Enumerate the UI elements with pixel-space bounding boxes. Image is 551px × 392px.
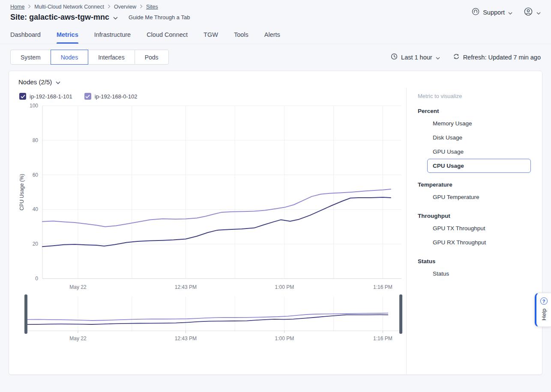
- chevron-down-icon: [508, 9, 512, 16]
- main-tab-bar: Dashboard Metrics Infrastructure Cloud C…: [0, 25, 551, 44]
- support-icon: [472, 8, 479, 17]
- time-range-selector[interactable]: Last 1 hour: [391, 53, 440, 61]
- nodes-metrics-card: Nodes (2/5) ip-192-168-1-101 ip-192-168-…: [9, 71, 542, 375]
- metric-item-disk-usage[interactable]: Disk Usage: [427, 131, 531, 145]
- tab-alerts[interactable]: Alerts: [264, 25, 280, 44]
- metrics-panel-title: Metric to visualize: [418, 93, 531, 99]
- breadcrumb-overview: Overview: [114, 4, 136, 10]
- svg-text:May 22: May 22: [69, 336, 87, 342]
- metrics-panel: Metric to visualize Percent Memory Usage…: [406, 88, 542, 374]
- metric-group-throughput: Throughput: [418, 213, 531, 219]
- svg-text:May 22: May 22: [69, 284, 87, 290]
- tab-cloud-connect[interactable]: Cloud Connect: [147, 25, 188, 44]
- breadcrumb-separator-icon: [108, 4, 111, 10]
- chevron-down-icon: [536, 9, 541, 16]
- svg-text:80: 80: [33, 137, 39, 143]
- tab-infrastructure[interactable]: Infrastructure: [94, 25, 131, 44]
- svg-text:12:43 PM: 12:43 PM: [175, 284, 197, 290]
- svg-text:60: 60: [33, 172, 39, 178]
- time-range-label: Last 1 hour: [401, 54, 432, 61]
- breadcrumb-sites[interactable]: Sites: [146, 4, 158, 10]
- chart-column: ip-192-168-1-101 ip-192-168-0-102 020406…: [9, 88, 406, 374]
- metric-item-gpu-temperature[interactable]: GPU Temperature: [427, 190, 531, 204]
- svg-text:12:43 PM: 12:43 PM: [175, 336, 197, 342]
- support-menu[interactable]: Support: [472, 8, 512, 17]
- tab-dashboard[interactable]: Dashboard: [10, 25, 41, 44]
- breadcrumb-separator-icon: [140, 4, 143, 10]
- metric-item-gpu-tx-throughput[interactable]: GPU TX Throughput: [427, 221, 531, 235]
- metrics-scope-segmented-control: System Nodes Interfaces Pods: [10, 50, 169, 65]
- metric-group-percent: Percent: [418, 108, 531, 114]
- tab-tools[interactable]: Tools: [234, 25, 249, 44]
- svg-text:20: 20: [33, 241, 39, 247]
- checkbox-node-1[interactable]: [19, 93, 26, 100]
- tab-tgw[interactable]: TGW: [204, 25, 218, 44]
- metric-item-memory-usage[interactable]: Memory Usage: [427, 116, 531, 131]
- svg-text:1:16 PM: 1:16 PM: [373, 336, 392, 342]
- legend-label: ip-192-168-0-102: [95, 93, 138, 100]
- filter-row: System Nodes Interfaces Pods Last 1 hour…: [0, 44, 551, 70]
- user-menu[interactable]: [524, 7, 541, 18]
- chevron-down-icon: [436, 54, 440, 61]
- page-title: Site: galactic-aws-tgw-mnc: [10, 13, 109, 22]
- svg-text:1:00 PM: 1:00 PM: [275, 284, 294, 290]
- svg-text:1:16 PM: 1:16 PM: [373, 284, 392, 290]
- refresh-control[interactable]: Refresh: Updated 7 min ago: [453, 53, 541, 61]
- metric-group-temperature: Temperature: [418, 181, 531, 188]
- clock-icon: [391, 53, 398, 61]
- metric-item-gpu-usage[interactable]: GPU Usage: [427, 145, 531, 159]
- checkbox-node-2[interactable]: [84, 93, 91, 100]
- avatar-icon: [524, 7, 533, 18]
- svg-text:1:00 PM: 1:00 PM: [275, 336, 294, 342]
- site-dropdown-chevron-icon[interactable]: [113, 14, 118, 21]
- legend-label: ip-192-168-1-101: [30, 93, 72, 100]
- svg-text:0: 0: [35, 276, 38, 282]
- subtab-pods[interactable]: Pods: [135, 50, 169, 65]
- help-question-icon: ?: [540, 297, 548, 305]
- legend-item-node-2[interactable]: ip-192-168-0-102: [84, 93, 138, 100]
- support-label: Support: [483, 9, 505, 16]
- chart-brush-overview[interactable]: May 2212:43 PM1:00 PM1:16 PM: [18, 294, 406, 344]
- help-tab[interactable]: ? Help: [535, 293, 551, 327]
- refresh-icon: [453, 53, 460, 61]
- breadcrumb-home[interactable]: Home: [10, 4, 24, 10]
- guide-me-link[interactable]: Guide Me Through a Tab: [129, 14, 190, 21]
- metric-group-status: Status: [418, 258, 531, 264]
- metric-item-gpu-rx-throughput[interactable]: GPU RX Throughput: [427, 235, 531, 249]
- card-title: Nodes (2/5): [18, 78, 52, 86]
- legend-item-node-1[interactable]: ip-192-168-1-101: [19, 93, 72, 100]
- metric-item-cpu-usage[interactable]: CPU Usage: [427, 159, 531, 173]
- subtab-system[interactable]: System: [10, 50, 51, 65]
- breadcrumb-separator-icon: [28, 4, 31, 10]
- help-label: Help: [541, 309, 547, 321]
- breadcrumb: Home Multi-Cloud Network Connect Overvie…: [10, 4, 541, 10]
- tab-metrics[interactable]: Metrics: [57, 25, 78, 44]
- brush-handle-left[interactable]: [24, 294, 27, 334]
- breadcrumb-mcnc: Multi-Cloud Network Connect: [34, 4, 104, 10]
- subtab-nodes[interactable]: Nodes: [51, 50, 88, 65]
- chart-legend: ip-192-168-1-101 ip-192-168-0-102: [19, 93, 406, 100]
- subtab-interfaces[interactable]: Interfaces: [88, 50, 135, 65]
- svg-text:100: 100: [30, 103, 38, 109]
- card-collapse-chevron-icon[interactable]: [56, 78, 60, 86]
- top-bar: Home Multi-Cloud Network Connect Overvie…: [0, 0, 551, 25]
- refresh-label: Refresh: Updated 7 min ago: [463, 54, 541, 61]
- svg-text:CPU Usage (%): CPU Usage (%): [19, 174, 25, 210]
- cpu-usage-line-chart: 020406080100May 2212:43 PM1:00 PM1:16 PM…: [18, 101, 406, 292]
- svg-text:40: 40: [33, 206, 39, 212]
- metric-item-status[interactable]: Status: [427, 267, 531, 281]
- brush-handle-right[interactable]: [399, 294, 402, 334]
